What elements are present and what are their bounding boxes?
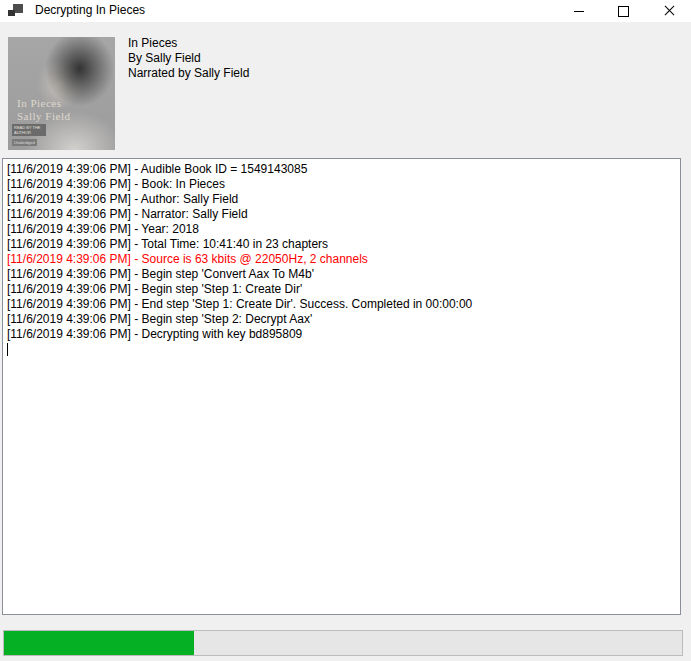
app-window: Decrypting In Pieces In Pieces Sally Fie… [0,0,691,661]
cover-title-text: In Pieces Sally Field [17,97,70,123]
cover-badge-read-by-author: READ BY THE AUTHOR [12,124,46,136]
log-line: [11/6/2019 4:39:06 PM] - Narrator: Sally… [7,207,676,222]
cover-badge-unabridged: Unabridged [12,139,37,146]
log-textbox[interactable]: [11/6/2019 4:39:06 PM] - Audible Book ID… [2,158,681,615]
log-line: [11/6/2019 4:39:06 PM] - Author: Sally F… [7,192,676,207]
log-line: [11/6/2019 4:39:06 PM] - Book: In Pieces [7,177,676,192]
window-title: Decrypting In Pieces [35,0,145,22]
log-line: [11/6/2019 4:39:06 PM] - Begin step 'Con… [7,267,676,282]
book-cover-image: In Pieces Sally Field READ BY THE AUTHOR… [8,37,115,150]
log-line: [11/6/2019 4:39:06 PM] - Decrypting with… [7,327,676,342]
log-lines-container: [11/6/2019 4:39:06 PM] - Audible Book ID… [7,162,676,342]
log-line: [11/6/2019 4:39:06 PM] - Year: 2018 [7,222,676,237]
cover-book-author: Sally Field [17,110,70,123]
caption-buttons [556,0,691,22]
log-line: [11/6/2019 4:39:06 PM] - End step 'Step … [7,297,676,312]
log-line: [11/6/2019 4:39:06 PM] - Begin step 'Ste… [7,312,676,327]
maximize-icon [618,6,629,17]
book-title: In Pieces [128,36,249,51]
close-icon [664,6,674,16]
progress-bar [3,630,683,656]
title-bar: Decrypting In Pieces [0,0,691,22]
maximize-button[interactable] [601,0,646,22]
app-icon-square-small [8,10,15,16]
progress-bar-fill [4,631,194,655]
app-icon [8,3,24,19]
minimize-button[interactable] [556,0,601,22]
book-info: In Pieces By Sally Field Narrated by Sal… [128,36,249,81]
log-line: [11/6/2019 4:39:06 PM] - Audible Book ID… [7,162,676,177]
book-author: By Sally Field [128,51,249,66]
log-line: [11/6/2019 4:39:06 PM] - Begin step 'Ste… [7,282,676,297]
cover-book-title: In Pieces [17,97,70,110]
log-line: [11/6/2019 4:39:06 PM] - Source is 63 kb… [7,252,676,267]
minimize-icon [574,11,584,12]
text-caret [7,343,8,356]
log-line: [11/6/2019 4:39:06 PM] - Total Time: 10:… [7,237,676,252]
book-narrator: Narrated by Sally Field [128,66,249,81]
close-button[interactable] [646,0,691,22]
